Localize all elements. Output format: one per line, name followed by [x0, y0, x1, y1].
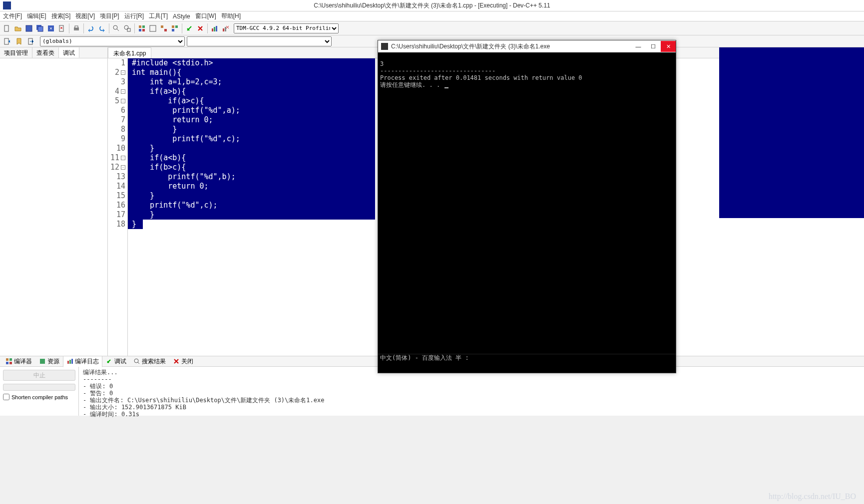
line-number: 4- — [108, 87, 125, 96]
save-icon[interactable] — [24, 23, 34, 33]
bottom-tab-close[interactable]: 关闭 — [169, 356, 197, 367]
close-button[interactable]: ✕ — [661, 41, 676, 52]
svg-point-36 — [134, 359, 138, 363]
line-number: 6 — [108, 106, 125, 115]
delete-profile-icon[interactable] — [221, 23, 231, 33]
grid-icon — [5, 358, 12, 365]
tab-debug[interactable]: 调试 — [59, 47, 79, 58]
profile-icon[interactable] — [210, 23, 220, 33]
fold-icon[interactable]: - — [121, 99, 125, 103]
svg-rect-18 — [172, 25, 174, 28]
svg-point-8 — [113, 25, 117, 29]
shorten-paths-checkbox[interactable] — [3, 394, 9, 400]
new-file-icon[interactable] — [2, 23, 12, 33]
separator — [134, 23, 135, 33]
save-all-icon[interactable] — [35, 23, 45, 33]
progress-button[interactable] — [3, 384, 75, 391]
fold-icon[interactable]: - — [121, 89, 125, 94]
line-number: 2- — [108, 68, 125, 77]
check-icon — [106, 358, 113, 365]
symbol-select[interactable] — [187, 36, 332, 46]
console-titlebar[interactable]: C:\Users\shihuiliu\Desktop\文件\新建文件夹 (3)\… — [378, 40, 676, 52]
svg-rect-29 — [9, 358, 12, 361]
separator — [83, 23, 84, 33]
svg-rect-26 — [4, 38, 8, 44]
menu-project[interactable]: 项目[P] — [100, 12, 119, 20]
undo-icon[interactable] — [86, 23, 96, 33]
close-file-icon[interactable] — [57, 23, 67, 33]
resource-icon — [39, 358, 46, 365]
editor-tab-file[interactable]: 未命名1.cpp — [108, 47, 151, 58]
line-number: 15 — [108, 191, 125, 201]
svg-rect-17 — [164, 29, 167, 31]
menu-astyle[interactable]: AStyle — [173, 13, 190, 20]
menu-search[interactable]: 搜索[S] — [51, 12, 71, 20]
ime-status: 中文(简体) - 百度输入法 半 : — [378, 354, 676, 362]
menu-tools[interactable]: 工具[T] — [149, 12, 168, 20]
bookmark-icon[interactable] — [14, 36, 24, 46]
search-icon — [133, 358, 140, 365]
tab-view-class[interactable]: 查看类 — [32, 47, 59, 58]
menu-file[interactable]: 文件[F] — [3, 12, 22, 20]
separator — [69, 23, 69, 33]
find-icon[interactable] — [111, 23, 121, 33]
console-exit-line: Process exited after 0.01481 seconds wit… — [380, 74, 582, 81]
save-as-icon[interactable] — [46, 23, 56, 33]
run-icon[interactable] — [148, 23, 158, 33]
abort-button[interactable]: 中止 — [3, 370, 75, 381]
open-icon[interactable] — [13, 23, 23, 33]
shorten-paths-label[interactable]: Shorten compiler paths — [3, 394, 75, 400]
replace-icon[interactable] — [122, 23, 132, 33]
tab-project-manage[interactable]: 项目管理 — [0, 47, 32, 58]
compile-run-icon[interactable] — [159, 23, 169, 33]
svg-rect-19 — [175, 25, 178, 28]
svg-rect-28 — [6, 358, 8, 361]
svg-rect-0 — [4, 25, 8, 31]
bottom-tab-resource[interactable]: 资源 — [35, 356, 63, 367]
separator — [182, 23, 182, 33]
rebuild-icon[interactable] — [170, 23, 180, 33]
svg-rect-16 — [161, 25, 163, 28]
menu-run[interactable]: 运行[R] — [124, 12, 144, 20]
redo-icon[interactable] — [97, 23, 107, 33]
menu-window[interactable]: 窗口[W] — [195, 12, 216, 20]
svg-rect-25 — [225, 27, 226, 31]
close-icon — [173, 358, 180, 365]
svg-rect-12 — [142, 25, 145, 28]
maximize-button[interactable]: ☐ — [646, 41, 661, 52]
separator — [109, 23, 109, 33]
compiler-select[interactable]: TDM-GCC 4.9.2 64-bit Profiling — [234, 23, 339, 33]
menu-help[interactable]: 帮助[H] — [221, 12, 241, 20]
bottom-tab-compile-log[interactable]: 编译日志 — [63, 356, 102, 367]
svg-rect-11 — [139, 25, 141, 28]
log-icon — [66, 358, 73, 365]
console-divider: -------------------------------- — [380, 67, 495, 74]
svg-rect-24 — [223, 28, 224, 31]
menu-view[interactable]: 视图[V] — [75, 12, 95, 20]
svg-rect-32 — [40, 359, 45, 364]
print-icon[interactable] — [71, 23, 81, 33]
goto-icon[interactable] — [26, 36, 36, 46]
svg-rect-15 — [150, 25, 156, 31]
fold-icon[interactable]: - — [121, 70, 125, 75]
line-number: 18 — [108, 220, 125, 229]
svg-rect-23 — [216, 26, 217, 31]
right-blue-strip — [719, 47, 864, 218]
bottom-tab-search-results[interactable]: 搜索结果 — [130, 356, 169, 367]
menu-edit[interactable]: 编辑[E] — [27, 12, 46, 20]
bottom-panel: 中止 Shorten compiler paths 编译结果... ------… — [0, 367, 864, 416]
console-body[interactable]: 3 -------------------------------- Proce… — [378, 52, 676, 362]
stop-icon[interactable] — [195, 23, 205, 33]
debug-icon[interactable] — [184, 23, 194, 33]
scope-select[interactable]: (globals) — [40, 36, 185, 46]
fold-icon[interactable]: - — [121, 156, 125, 160]
console-title: C:\Users\shihuiliu\Desktop\文件\新建文件夹 (3)\… — [391, 42, 550, 51]
bottom-tab-debug[interactable]: 调试 — [102, 356, 130, 367]
minimize-button[interactable]: — — [631, 41, 646, 52]
fold-icon[interactable]: - — [121, 165, 125, 170]
line-number: 16 — [108, 201, 125, 210]
insert-icon[interactable] — [2, 36, 12, 46]
left-panel-content — [0, 58, 107, 356]
bottom-tab-compiler[interactable]: 编译器 — [2, 356, 35, 367]
compile-icon[interactable] — [137, 23, 147, 33]
